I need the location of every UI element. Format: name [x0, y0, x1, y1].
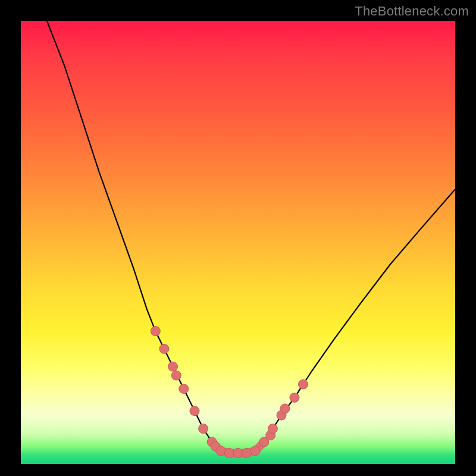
trough-marker: [233, 448, 243, 458]
trough-marker: [171, 371, 181, 380]
trough-marker: [151, 327, 160, 336]
trough-marker: [242, 448, 252, 458]
trough-marker: [290, 393, 299, 402]
bottleneck-curve: [21, 21, 455, 464]
trough-marker: [179, 384, 189, 393]
trough-marker: [280, 404, 290, 414]
trough-marker: [268, 424, 277, 433]
trough-marker: [224, 448, 234, 458]
trough-marker: [190, 406, 199, 416]
watermark-label: TheBottleneck.com: [355, 4, 469, 19]
trough-marker: [199, 424, 208, 433]
curve-path: [47, 21, 455, 453]
trough-marker: [159, 344, 169, 353]
plot-area: [21, 21, 455, 464]
trough-marker: [299, 380, 308, 389]
trough-marker: [216, 446, 226, 456]
trough-marker: [168, 362, 178, 371]
chart-frame: TheBottleneck.com: [0, 0, 476, 476]
trough-marker: [250, 446, 260, 456]
